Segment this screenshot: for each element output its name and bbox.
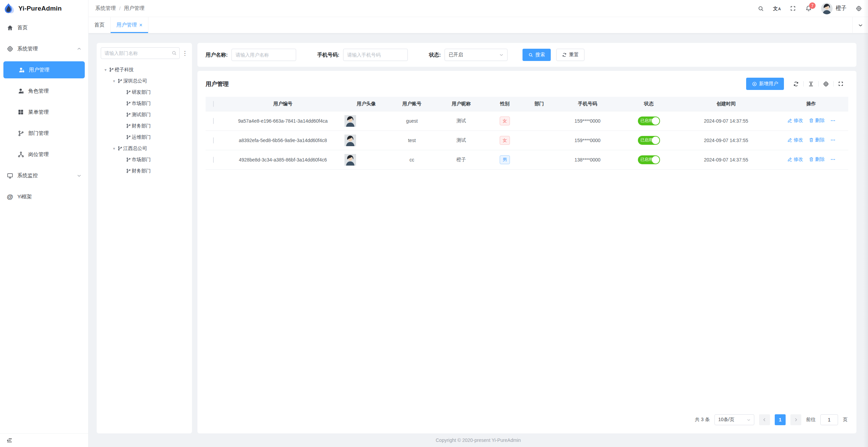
kebab-menu-icon[interactable]: ⋮ <box>182 50 188 56</box>
notifications-button[interactable]: 7 <box>805 5 812 12</box>
sidebar-item-label: 部门管理 <box>28 130 49 137</box>
cell-avatar <box>344 150 388 169</box>
status-filter-select[interactable]: 已开启 <box>445 49 508 61</box>
goto-label: 前往 <box>806 417 816 423</box>
ellipsis-icon <box>830 137 835 142</box>
column-header-created: 创建时间 <box>678 97 774 111</box>
trash-icon <box>809 157 814 162</box>
column-header-phone: 手机号码 <box>556 97 620 111</box>
search-icon <box>528 52 533 57</box>
tree-node[interactable]: ▾深圳总公司 <box>101 75 188 87</box>
row-checkbox[interactable] <box>213 157 214 163</box>
more-actions-button[interactable] <box>830 157 835 162</box>
tree-node[interactable]: 研发部门 <box>101 87 188 98</box>
sidebar-item-label: 用户管理 <box>29 67 49 73</box>
user-menu[interactable]: 橙子 <box>821 3 847 14</box>
cell-dept <box>523 150 556 169</box>
delete-button[interactable]: 删除 <box>809 137 825 143</box>
sidebar-item-role-mgmt[interactable]: 角色管理 <box>0 80 88 102</box>
phone-filter-input[interactable] <box>343 49 408 61</box>
prev-page-button[interactable] <box>759 414 770 425</box>
caret-down-icon[interactable]: ▾ <box>102 67 109 72</box>
trash-icon <box>809 137 814 142</box>
select-all-checkbox[interactable] <box>213 101 214 107</box>
close-icon[interactable]: × <box>139 22 142 28</box>
cell-actions: 修改删除 <box>774 130 848 150</box>
user-avatar <box>344 115 388 127</box>
sidebar-item-post-mgmt[interactable]: 岗位管理 <box>0 144 88 165</box>
goto-page-input[interactable] <box>820 414 838 425</box>
column-header-gender: 性别 <box>487 97 523 111</box>
more-actions-button[interactable] <box>830 118 835 123</box>
tree-node[interactable]: 市场部门 <box>101 154 188 165</box>
username-filter-input[interactable] <box>231 49 296 61</box>
table-row: 4928be8d-3c34-a385-86bf-3a14dd60f4c6cc橙子… <box>206 150 848 169</box>
tree-node-label: 财务部门 <box>132 168 151 174</box>
row-checkbox[interactable] <box>213 137 214 143</box>
row-checkbox[interactable] <box>213 118 214 124</box>
add-user-button[interactable]: 新增用户 <box>746 78 784 90</box>
topbar: 系统管理 / 用户管理 文A 7 橙子 <box>89 0 868 17</box>
search-icon[interactable] <box>758 5 764 12</box>
sidebar-item-system[interactable]: 系统管理 <box>0 38 88 59</box>
department-tree: ▾橙子科技▾深圳总公司研发部门市场部门测试部门财务部门运维部门▾江西总公司市场部… <box>101 64 188 176</box>
status-toggle[interactable]: 已启用 <box>638 136 660 145</box>
tree-node[interactable]: 财务部门 <box>101 120 188 132</box>
column-header-status: 状态 <box>620 97 678 111</box>
tree-node[interactable]: 测试部门 <box>101 109 188 120</box>
sidebar-item-menu-mgmt[interactable]: 菜单管理 <box>0 102 88 123</box>
search-button[interactable]: 搜索 <box>523 49 551 61</box>
tree-node-label: 运维部门 <box>132 134 151 140</box>
tree-node[interactable]: ▾橙子科技 <box>101 64 188 75</box>
tab-home[interactable]: 首页 <box>89 17 111 33</box>
cell-actions: 修改删除 <box>774 150 848 169</box>
translate-icon[interactable]: 文A <box>773 6 781 11</box>
table-row: 9a57a4e8-e196-663a-7841-3a14dd60f4cagues… <box>206 111 848 130</box>
sidebar-item-home[interactable]: 首页 <box>0 17 88 38</box>
delete-button[interactable]: 删除 <box>809 118 825 124</box>
status-toggle[interactable]: 已启用 <box>638 155 660 164</box>
chevron-down-icon <box>747 418 751 422</box>
settings-gear-icon[interactable] <box>856 5 862 12</box>
breadcrumb-item[interactable]: 系统管理 <box>95 5 116 12</box>
logo-row[interactable]: Yi-PureAdmin <box>0 0 88 17</box>
page-size-select[interactable]: 10条/页 <box>714 414 754 425</box>
density-icon[interactable] <box>808 81 814 87</box>
edit-button[interactable]: 修改 <box>787 137 803 143</box>
caret-down-icon[interactable]: ▾ <box>111 146 117 151</box>
tree-node[interactable]: 运维部门 <box>101 132 188 143</box>
sidebar-item-monitor[interactable]: 系统监控 <box>0 165 88 186</box>
sidebar-item-yi-framework[interactable]: @ Yi框架 <box>0 186 88 207</box>
caret-down-icon[interactable]: ▾ <box>111 79 117 83</box>
at-icon: @ <box>7 194 13 200</box>
sidebar-item-dept-mgmt[interactable]: 部门管理 <box>0 123 88 144</box>
ellipsis-icon <box>830 157 835 162</box>
dept-search-input[interactable] <box>101 47 180 59</box>
sidebar-item-user-mgmt[interactable]: 用户管理 <box>3 61 85 78</box>
water-drop-icon <box>4 3 15 14</box>
tree-node[interactable]: ▾江西总公司 <box>101 143 188 154</box>
page-number-button[interactable]: 1 <box>775 414 786 425</box>
cell-phone: 159****0000 <box>556 130 620 150</box>
next-page-button[interactable] <box>790 414 801 425</box>
cell-account: cc <box>388 150 436 169</box>
footer: Copyright © 2020-present Yi-PureAdmin <box>89 433 868 447</box>
reset-button[interactable]: 重置 <box>556 49 584 61</box>
tab-options-button[interactable] <box>852 17 868 33</box>
settings-icon[interactable] <box>823 81 829 87</box>
fullscreen-icon[interactable] <box>838 81 844 87</box>
tab-user-mgmt[interactable]: 用户管理 × <box>111 17 148 33</box>
more-actions-button[interactable] <box>830 137 835 142</box>
status-toggle[interactable]: 已启用 <box>638 117 660 125</box>
fullscreen-icon[interactable] <box>790 5 796 12</box>
tree-node[interactable]: 财务部门 <box>101 165 188 176</box>
edit-button[interactable]: 修改 <box>787 156 803 163</box>
refresh-icon[interactable] <box>793 81 799 87</box>
tree-node[interactable]: 市场部门 <box>101 98 188 109</box>
cell-selection <box>206 150 221 169</box>
status-filter-label: 状态: <box>429 52 441 58</box>
delete-button[interactable]: 删除 <box>809 156 825 163</box>
edit-button[interactable]: 修改 <box>787 118 803 124</box>
collapse-sidebar-icon[interactable] <box>6 437 13 444</box>
cell-actions: 修改删除 <box>774 111 848 130</box>
